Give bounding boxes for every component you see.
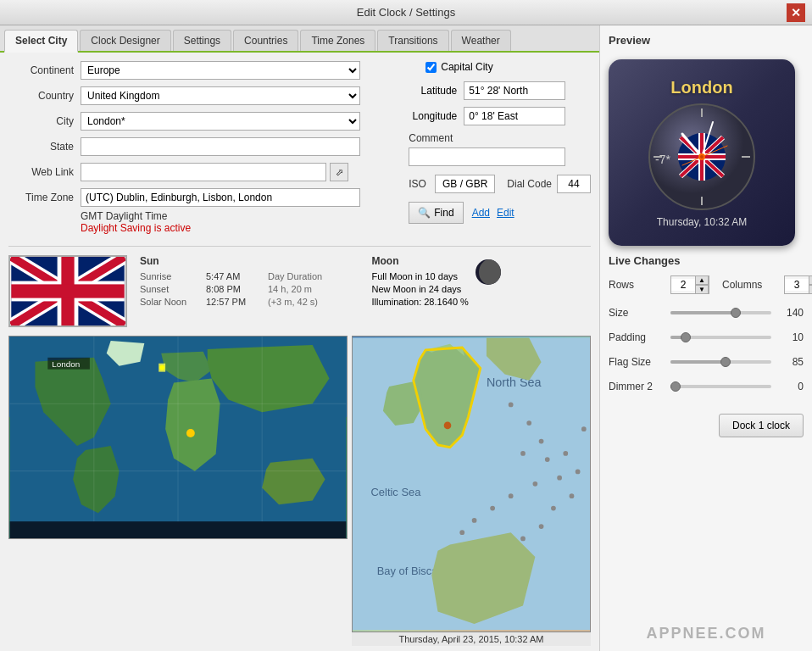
- comment-label: Comment: [409, 132, 591, 144]
- columns-value[interactable]: [785, 279, 809, 291]
- city-select[interactable]: London*: [81, 112, 360, 131]
- svg-point-27: [545, 457, 550, 462]
- day-duration-label: Day Duration: [268, 271, 322, 281]
- new-moon-row: New Moon in 24 days: [372, 284, 469, 294]
- illumination-text: Illumination: 28.1640 %: [372, 297, 469, 307]
- tab-clock-designer[interactable]: Clock Designer: [80, 30, 170, 51]
- continent-label: Continent: [8, 64, 81, 76]
- svg-point-26: [520, 451, 526, 456]
- latitude-label: Latitude: [409, 85, 464, 97]
- form-columns: Continent Europe Country United Kingdom: [8, 61, 591, 237]
- solar-noon-row: Solar Noon 12:57 PM (+3 m, 42 s): [140, 297, 359, 307]
- sunrise-label: Sunrise: [140, 271, 199, 281]
- country-label: Country: [8, 90, 81, 102]
- columns-up-button[interactable]: ▲: [809, 275, 812, 285]
- edit-button[interactable]: Edit: [497, 207, 514, 219]
- padding-slider-row: Padding 10: [609, 331, 804, 343]
- iso-value: GB / GBR: [435, 175, 495, 193]
- latitude-input[interactable]: [464, 81, 565, 100]
- padding-thumb[interactable]: [681, 332, 691, 342]
- svg-rect-20: [10, 521, 347, 538]
- svg-point-31: [490, 506, 495, 511]
- dimmer-label: Dimmer 2: [609, 381, 664, 392]
- capital-city-label: Capital City: [441, 61, 492, 73]
- tab-countries[interactable]: Countries: [233, 30, 298, 51]
- flag-size-track: [670, 360, 771, 364]
- sunset-row: Sunset 8:08 PM 14 h, 20 m: [140, 284, 359, 294]
- longitude-input[interactable]: [464, 107, 565, 125]
- svg-rect-8: [11, 284, 124, 298]
- columns-down-button[interactable]: ▼: [809, 285, 812, 294]
- svg-text:London: London: [52, 359, 80, 369]
- add-button[interactable]: Add: [472, 207, 490, 219]
- rows-up-button[interactable]: ▲: [695, 275, 709, 285]
- rows-value[interactable]: [671, 279, 695, 291]
- continent-select[interactable]: Europe: [81, 61, 360, 80]
- capital-city-checkbox[interactable]: [425, 62, 437, 73]
- sunset-label: Sunset: [140, 284, 199, 294]
- solar-noon-value: 12:57 PM: [206, 297, 261, 307]
- dimmer-slider-row: Dimmer 2 0: [609, 381, 804, 392]
- country-select[interactable]: United Kingdom: [81, 86, 360, 105]
- columns-spinner-buttons: ▲ ▼: [809, 275, 812, 294]
- svg-point-29: [533, 481, 538, 487]
- size-thumb[interactable]: [731, 308, 741, 318]
- size-track: [670, 311, 771, 314]
- local-map: North Sea Celtic Sea Bay of Biscay: [352, 336, 591, 632]
- dimmer-track: [670, 385, 771, 388]
- tab-weather[interactable]: Weather: [451, 30, 511, 51]
- country-row: Country United Kingdom: [8, 86, 379, 105]
- web-link-input[interactable]: [81, 163, 326, 181]
- tab-time-zones[interactable]: Time Zones: [300, 30, 375, 51]
- columns-spinner[interactable]: ▲ ▼: [784, 275, 812, 294]
- svg-point-30: [509, 493, 514, 498]
- new-moon-text: New Moon in 24 days: [372, 284, 462, 294]
- tab-select-city[interactable]: Select City: [4, 30, 78, 53]
- state-label: State: [8, 141, 81, 153]
- flag-size-value: 85: [778, 356, 804, 368]
- world-map: London: [8, 336, 348, 539]
- size-fill: [670, 311, 736, 314]
- dial-code-value: 44: [557, 175, 591, 193]
- size-value: 140: [778, 307, 804, 319]
- sunset-value: 8:08 PM: [206, 284, 261, 294]
- left-form: Continent Europe Country United Kingdom: [8, 61, 379, 237]
- rows-down-button[interactable]: ▼: [695, 285, 709, 294]
- local-map-svg: North Sea Celtic Sea Bay of Biscay: [353, 337, 590, 632]
- solar-noon-label: Solar Noon: [140, 297, 199, 307]
- live-changes-label: Live Changes: [609, 254, 804, 267]
- clock-face: -7*: [647, 102, 757, 212]
- flag-size-fill: [670, 360, 726, 364]
- state-row: State: [8, 137, 379, 156]
- svg-point-28: [557, 476, 562, 481]
- state-input[interactable]: [81, 137, 360, 156]
- info-section: Sun Sunrise 5:47 AM Day Duration Sunset …: [8, 246, 591, 327]
- main-container: Select City Clock Designer Settings Coun…: [0, 25, 812, 651]
- dock-clock-button[interactable]: Dock 1 clock: [719, 414, 804, 437]
- tab-settings[interactable]: Settings: [173, 30, 231, 51]
- svg-point-36: [520, 537, 526, 542]
- svg-point-41: [563, 451, 568, 456]
- web-link-open-button[interactable]: ⬀: [330, 163, 348, 181]
- rows-spinner[interactable]: ▲ ▼: [670, 275, 709, 294]
- dimmer-thumb[interactable]: [670, 381, 681, 392]
- tab-transitions[interactable]: Transitions: [377, 30, 448, 51]
- sunrise-value: 5:47 AM: [206, 271, 261, 281]
- find-button[interactable]: 🔍 Find: [409, 202, 463, 224]
- flag-size-thumb[interactable]: [720, 357, 731, 367]
- comment-input[interactable]: [409, 147, 565, 166]
- timezone-input[interactable]: [81, 188, 360, 207]
- svg-point-11: [159, 365, 164, 370]
- svg-point-23: [509, 403, 514, 408]
- svg-point-42: [581, 426, 587, 431]
- title-bar: Edit Clock / Settings ✕: [0, 0, 812, 25]
- moon-icon: [476, 259, 501, 285]
- illumination-row: Illumination: 28.1640 %: [372, 297, 469, 307]
- web-link-label: Web Link: [8, 166, 81, 178]
- capital-city-row: Capital City: [425, 61, 591, 73]
- gmt-label: GMT Daylight Time: [81, 210, 379, 222]
- uk-flag: [10, 257, 125, 326]
- solar-noon-extra: (+3 m, 42 s): [268, 297, 318, 307]
- close-button[interactable]: ✕: [787, 3, 805, 22]
- flag-size-slider-row: Flag Size 85: [609, 356, 804, 368]
